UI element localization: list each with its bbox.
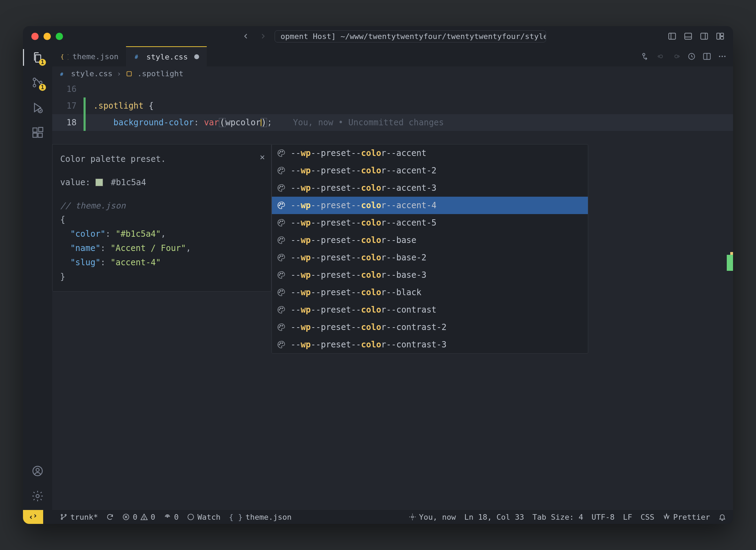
color-palette-icon — [277, 270, 286, 280]
code-line-16: 16 — [52, 81, 733, 97]
suggest-widget[interactable]: --wp--preset--color--accent--wp--preset-… — [271, 144, 588, 354]
suggest-item[interactable]: --wp--preset--color--accent-2 — [272, 162, 588, 179]
status-position[interactable]: Ln 18, Col 33 — [464, 513, 524, 521]
color-palette-icon — [277, 323, 286, 332]
close-window-button[interactable] — [31, 33, 39, 40]
hover-value: value: #b1c5a4 — [60, 175, 263, 190]
svg-point-23 — [660, 55, 663, 58]
suggest-item[interactable]: --wp--preset--color--base — [272, 231, 588, 249]
hover-title: Color palette preset. — [60, 152, 263, 166]
layout-customize-icon[interactable] — [716, 32, 725, 41]
tab-label: theme.json — [72, 52, 118, 61]
status-sync[interactable] — [106, 513, 114, 521]
nav-arrows — [242, 32, 267, 40]
svg-point-28 — [719, 56, 720, 57]
suggest-item[interactable]: --wp--preset--color--black — [272, 284, 588, 301]
svg-point-71 — [65, 514, 66, 516]
activity-run-debug[interactable] — [30, 100, 45, 115]
back-icon[interactable] — [242, 32, 250, 40]
more-actions-icon[interactable] — [718, 52, 727, 61]
svg-point-51 — [279, 257, 280, 258]
suggest-item[interactable]: --wp--preset--color--accent — [272, 144, 588, 162]
svg-point-42 — [279, 205, 280, 206]
forward-icon[interactable] — [259, 32, 267, 40]
close-icon[interactable]: ✕ — [260, 150, 265, 164]
editor[interactable]: 16 17 .spotlight { 18 background-color: … — [52, 81, 733, 510]
revert-icon[interactable] — [687, 52, 696, 61]
status-formatter[interactable]: Prettier — [663, 513, 710, 521]
svg-text:#: # — [60, 71, 63, 77]
svg-rect-0 — [669, 33, 676, 39]
color-palette-icon — [277, 166, 286, 175]
breadcrumb[interactable]: # style.css › .spotlight — [52, 66, 733, 81]
svg-point-9 — [33, 78, 36, 81]
suggest-item[interactable]: --wp--preset--color--accent-5 — [272, 214, 588, 231]
status-schema[interactable]: { } theme.json — [229, 513, 291, 521]
status-watch[interactable]: Watch — [187, 513, 220, 521]
color-palette-icon — [277, 201, 286, 210]
svg-point-36 — [279, 170, 280, 171]
suggest-item[interactable]: --wp--preset--color--base-3 — [272, 266, 588, 284]
next-change-icon[interactable] — [672, 52, 681, 61]
command-center[interactable]: opment Host] ~/www/twentytwentyfour/twen… — [275, 30, 546, 42]
svg-point-30 — [724, 56, 726, 57]
line-number: 16 — [52, 84, 84, 94]
activity-scm[interactable]: 1 — [30, 75, 45, 90]
svg-point-54 — [279, 275, 280, 276]
breadcrumb-symbol: .spotlight — [137, 69, 183, 78]
breadcrumb-file: style.css — [71, 69, 112, 78]
status-encoding[interactable]: UTF-8 — [592, 513, 615, 521]
svg-point-39 — [279, 188, 280, 189]
suggest-item[interactable]: --wp--preset--color--contrast-3 — [272, 336, 588, 353]
svg-point-74 — [144, 519, 144, 519]
suggest-item[interactable]: --wp--preset--color--base-2 — [272, 249, 588, 266]
status-tabsize[interactable]: Tab Size: 4 — [533, 513, 583, 521]
status-eol[interactable]: LF — [623, 513, 632, 521]
color-palette-icon — [277, 183, 286, 192]
status-ports[interactable]: 0 — [164, 513, 179, 521]
remote-indicator[interactable] — [23, 510, 43, 524]
status-lang[interactable]: CSS — [640, 513, 654, 521]
svg-point-70 — [61, 518, 63, 520]
activity-extensions[interactable] — [30, 125, 45, 140]
status-blame[interactable]: You, now — [409, 513, 456, 521]
git-compare-icon[interactable] — [641, 52, 650, 61]
svg-rect-13 — [33, 128, 37, 132]
suggest-item[interactable]: --wp--preset--color--accent-4 — [272, 197, 588, 214]
svg-rect-15 — [38, 133, 42, 138]
status-branch[interactable]: trunk* — [60, 513, 98, 521]
svg-point-52 — [280, 256, 281, 257]
color-swatch-icon — [95, 179, 103, 186]
svg-rect-6 — [717, 33, 720, 39]
layout-sidebar-right-icon[interactable] — [700, 32, 709, 41]
minimize-window-button[interactable] — [44, 33, 51, 40]
svg-point-18 — [36, 469, 39, 472]
vscode-window: opment Host] ~/www/twentytwentyfour/twen… — [23, 26, 733, 524]
svg-text:#: # — [135, 54, 138, 60]
minimap[interactable] — [723, 81, 733, 510]
editor-actions — [641, 52, 733, 61]
color-palette-icon — [277, 149, 286, 158]
prev-change-icon[interactable] — [656, 52, 666, 61]
status-bell[interactable] — [718, 513, 726, 521]
suggest-item[interactable]: --wp--preset--color--accent-3 — [272, 179, 588, 197]
tab-modified-dot-icon — [194, 54, 199, 59]
svg-point-59 — [282, 290, 283, 291]
suggest-item[interactable]: --wp--preset--color--contrast-2 — [272, 319, 588, 336]
layout-panel-bottom-icon[interactable] — [684, 32, 693, 41]
tab-theme-json[interactable]: { } theme.json — [52, 46, 126, 66]
activity-accounts[interactable] — [30, 463, 45, 479]
svg-point-34 — [280, 151, 281, 152]
zoom-window-button[interactable] — [56, 33, 63, 40]
activity-explorer[interactable]: 1 — [30, 50, 45, 65]
titlebar: opment Host] ~/www/twentytwentyfour/twen… — [23, 26, 733, 46]
suggest-item[interactable]: --wp--preset--color--contrast — [272, 301, 588, 319]
layout-sidebar-left-icon[interactable] — [668, 32, 677, 41]
svg-point-24 — [675, 55, 678, 58]
status-problems[interactable]: 0 0 — [122, 513, 155, 521]
split-editor-icon[interactable] — [702, 52, 711, 61]
code-line-18: 18 background-color: var(wpcolor);You, n… — [52, 114, 733, 131]
tab-style-css[interactable]: # style.css — [126, 46, 206, 66]
activity-settings[interactable] — [30, 488, 45, 504]
hover-doc-popup: ✕ Color palette preset. value: #b1c5a4 /… — [52, 144, 271, 292]
